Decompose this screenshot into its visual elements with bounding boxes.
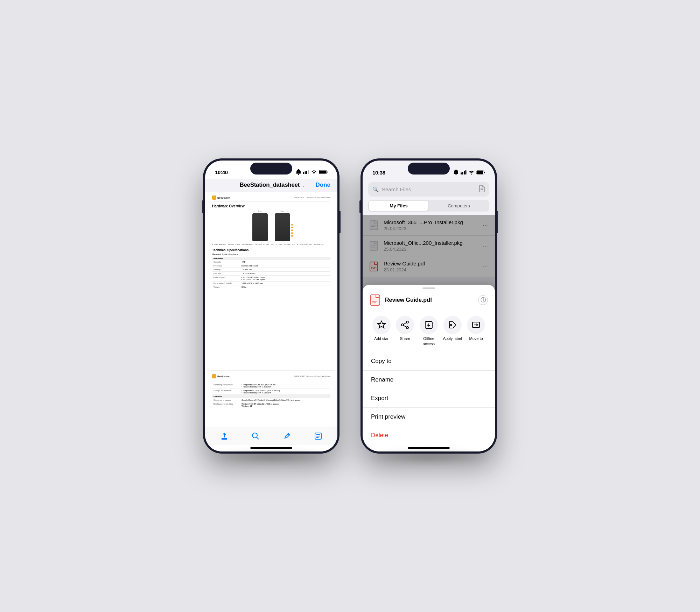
share-action-button[interactable]: Share [395, 316, 415, 346]
hw-label-7: 7 Power Port [314, 243, 324, 245]
battery-icon [319, 170, 328, 174]
doc-subtitle: DATASHEET · Personal Cloud BeeStation [294, 197, 330, 199]
spec-row-weight: Weight820 g [212, 285, 330, 289]
apply-label-label: Apply label [443, 336, 462, 341]
spec-row-storage-env: Storage environment• Temperature: -20°C … [212, 389, 330, 395]
doc-title: BeeStation_datasheet [239, 182, 300, 188]
home-bar-1 [250, 447, 292, 449]
doc-brand-header: BeeStation DATASHEET · Personal Cloud Be… [212, 195, 330, 201]
svg-rect-16 [465, 170, 467, 175]
export-menu-item[interactable]: Export [363, 389, 495, 408]
move-to-icon [467, 316, 485, 334]
spec-row-browsers: Supported browsersGoogle Chrome®, Firefo… [212, 398, 330, 402]
chevron-down-icon[interactable]: ⌄ [302, 183, 306, 188]
svg-rect-29 [371, 295, 380, 305]
dynamic-island-1 [250, 163, 292, 175]
copy-to-menu-item[interactable]: Copy to [363, 352, 495, 371]
home-bar-2 [408, 447, 450, 449]
spec-row-external: External ports• 1 × USB-A 3.2 Gen 1 port… [212, 276, 330, 282]
share-icon [396, 316, 414, 334]
search-placeholder: Search Files [382, 186, 476, 192]
move-to-label: Move to [469, 336, 483, 341]
battery-icon-2 [476, 170, 485, 175]
spec-row-capacity: Capacity4 TB [212, 260, 330, 264]
offline-access-button[interactable]: Offlineaccess [419, 316, 439, 346]
doc-bottom-toolbar [205, 427, 337, 445]
tab-my-files[interactable]: My Files [369, 201, 428, 211]
done-button[interactable]: Done [316, 182, 331, 188]
spec-software-header: Software [212, 395, 330, 398]
doc-page-2: BeeStation DATASHEET · Personal Cloud Be… [207, 371, 335, 427]
bee-icon [212, 195, 216, 200]
status-icons-1 [296, 169, 328, 175]
device-rear-img [275, 213, 290, 241]
svg-line-7 [257, 437, 259, 439]
scene: 10:40 BeeStation_datasheet ⌄ Do [0, 0, 700, 612]
bottom-sheet: PDF Review Guide.pdf ⓘ Add star [363, 285, 495, 444]
signal-icon [303, 170, 309, 174]
files-header: 🔍 Search Files My Files Computers [363, 179, 495, 215]
brand-logo: BeeStation [212, 195, 230, 200]
sheet-file-row: PDF Review Guide.pdf ⓘ [363, 290, 495, 310]
svg-marker-31 [378, 321, 385, 328]
svg-rect-18 [477, 171, 483, 174]
move-to-button[interactable]: Move to [466, 316, 486, 346]
sheet-handle [422, 287, 435, 289]
offline-access-label: Offlineaccess [423, 336, 435, 346]
hw-label-1: 1 Status Indicator [212, 243, 226, 245]
doc-list-icon [479, 185, 485, 194]
annotate-button[interactable] [283, 432, 291, 440]
hw-label-4: 4 USB-A 3.2 Gen 1 Port [255, 243, 274, 245]
time-1: 10:40 [215, 169, 228, 175]
bee-icon-2 [212, 374, 216, 378]
sheet-actions: Add star Share [363, 310, 495, 352]
spec-row-processor: ProcessorRealtek RTD1619B [212, 264, 330, 268]
phone1: 10:40 BeeStation_datasheet ⌄ Do [203, 158, 340, 454]
share-button[interactable] [220, 432, 228, 440]
delete-menu-item[interactable]: Delete [363, 426, 495, 444]
label-icon [443, 316, 462, 334]
phone2: 10:38 🔍 Search Files [360, 158, 497, 454]
svg-rect-2 [306, 171, 307, 174]
spec-row-op-env: Operating environment• Temperature: 0°C … [212, 383, 330, 389]
search-bar[interactable]: 🔍 Search Files [368, 182, 489, 197]
svg-rect-13 [461, 172, 462, 175]
svg-rect-15 [464, 171, 465, 175]
spec-row-desktop: BeeStation for desktopWindows® 10 64-bit… [212, 402, 330, 408]
search-button[interactable] [252, 432, 259, 440]
tab-row: My Files Computers [368, 200, 489, 212]
files-list: Microsoft_365_...Pro_Installer.pkg 25.04… [363, 215, 495, 444]
hw-label-2: 2 Power Button [228, 243, 240, 245]
doc-brand-header-2: BeeStation DATASHEET · Personal Cloud Be… [212, 374, 330, 380]
signal-icon-2 [461, 170, 467, 175]
time-2: 10:38 [372, 170, 385, 176]
spec-hardware-header: Hardware [212, 257, 330, 260]
doc-title-row: BeeStation_datasheet ⌄ [239, 182, 306, 188]
phone1-wrapper: 10:40 BeeStation_datasheet ⌄ Do [203, 158, 340, 454]
search-icon: 🔍 [372, 186, 379, 193]
apply-label-button[interactable]: Apply label [443, 316, 462, 346]
rename-menu-item[interactable]: Rename [363, 371, 495, 389]
brand-logo-2: BeeStation [212, 374, 230, 378]
print-preview-menu-item[interactable]: Print preview [363, 408, 495, 426]
hw-label-3: 3 Reset Button [242, 243, 253, 245]
device-front-img [252, 213, 268, 241]
markup-button[interactable] [314, 432, 322, 440]
doc-page-1: BeeStation DATASHEET · Personal Cloud Be… [207, 192, 335, 370]
tab-computers[interactable]: Computers [429, 201, 489, 211]
info-button[interactable]: ⓘ [478, 295, 488, 305]
svg-rect-1 [305, 171, 306, 174]
tech-spec-section: Technical Specifications General Specifi… [212, 248, 330, 289]
add-star-button[interactable]: Add star [372, 316, 391, 346]
svg-text:PDF: PDF [372, 300, 377, 304]
hw-label-5: 5 USB-C 3.2 Gen 1 Port [276, 243, 295, 245]
svg-point-32 [406, 321, 408, 323]
sheet-file-name: Review Guide.pdf [385, 297, 474, 303]
doc-pages: BeeStation DATASHEET · Personal Cloud Be… [207, 192, 335, 427]
bell-icon-2 [454, 170, 458, 175]
phone2-wrapper: 10:38 🔍 Search Files [360, 158, 497, 454]
spec-row-memory: Memory1 GB DDR4 [212, 268, 330, 272]
hw-labels: 1 Status Indicator 2 Power Button 3 Rese… [212, 243, 330, 245]
spec-row-dimensions: Dimensions (H×W×D)163.0 × 62.6 × 166.3 m… [212, 282, 330, 285]
svg-rect-5 [319, 171, 326, 173]
